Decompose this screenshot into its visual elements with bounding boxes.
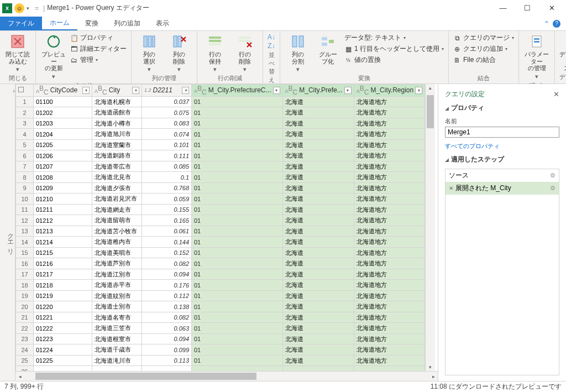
table-row[interactable]: 801208北海道北見市0.101北海道北海道地方 <box>16 172 425 183</box>
combine-files-button[interactable]: 🗎File の結合 <box>453 55 514 65</box>
qat-dropdown[interactable]: ▾ <box>27 6 29 11</box>
table-row[interactable]: 901209北海道夕張市0.76801北海道北海道地方 <box>16 182 425 194</box>
replace-values-button[interactable]: ½値の置換 <box>344 55 444 65</box>
maximize-button[interactable]: ☐ <box>515 1 539 16</box>
filter-icon[interactable]: ▾ <box>344 87 352 94</box>
svg-rect-8 <box>209 40 221 42</box>
advanced-editor-button[interactable]: 🗔詳細エディター <box>70 44 127 54</box>
table-row[interactable]: 701207北海道帯広市0.08501北海道北海道地方 <box>16 161 425 172</box>
help-button[interactable]: ? <box>553 20 560 28</box>
step-source[interactable]: ソース⚙ <box>446 169 559 182</box>
vertical-scrollbar[interactable]: ▴ ▾ <box>425 84 435 371</box>
merge-queries-button[interactable]: ⧉クエリのマージ▾ <box>453 33 514 43</box>
manage-parameters-button[interactable]: パラメーター の管理▾ <box>523 33 550 80</box>
refresh-preview-button[interactable]: プレビュー の更新▾ <box>40 33 67 80</box>
table-row[interactable]: 601206北海道釧路市0.11101北海道北海道地方 <box>16 150 425 161</box>
table-row[interactable]: 1101211北海道網走市0.15501北海道北海道地方 <box>16 204 425 215</box>
gear-icon[interactable]: ⚙ <box>550 185 555 192</box>
delete-step-icon[interactable]: ✕ <box>449 185 453 191</box>
remove-rows-button[interactable]: 行の 削除▾ <box>232 33 258 73</box>
query-name-input[interactable] <box>445 127 559 138</box>
column-header-city[interactable]: ABCCity▾ <box>92 85 142 97</box>
tab-transform[interactable]: 変換 <box>77 17 106 30</box>
datasource-settings-button[interactable]: データ ソー ス設定 <box>559 33 566 72</box>
applied-steps-list: ソース⚙ ✕ 展開された M_City⚙ <box>445 169 559 375</box>
table-row[interactable]: 201202北海道函館市0.07501北海道北海道地方 <box>16 107 425 118</box>
table-row[interactable]: 101100北海道札幌市0.03701北海道北海道地方 <box>16 96 425 107</box>
table-row[interactable]: 301203北海道小樽市0.08301北海道北海道地方 <box>16 118 425 129</box>
horizontal-scrollbar[interactable]: ◂ ▸ <box>15 371 438 381</box>
datatype-button[interactable]: データ型: テキスト▾ <box>344 33 444 43</box>
column-header-citycode[interactable]: ABCCityCode▾ <box>34 85 92 97</box>
tab-file[interactable]: ファイル <box>0 17 42 30</box>
table-row[interactable]: 1201212北海道留萌市0.16501北海道北海道地方 <box>16 215 425 226</box>
table-row[interactable]: 1001210北海道岩見沢市0.05901北海道北海道地方 <box>16 194 425 205</box>
filter-icon[interactable]: ▾ <box>82 87 90 94</box>
tab-addcolumn[interactable]: 列の追加 <box>106 17 148 30</box>
table-row[interactable]: 2401224北海道千歳市0.09901北海道北海道地方 <box>16 344 425 356</box>
table-row[interactable]: 1701217北海道江別市0.09401北海道北海道地方 <box>16 269 425 280</box>
filter-icon[interactable]: ▾ <box>182 87 189 94</box>
group-close: 閉じる <box>4 73 31 82</box>
svg-rect-7 <box>209 36 221 39</box>
group-transform: 変換 <box>285 73 444 82</box>
table-row[interactable]: 2301223北海道根室市0.09401北海道北海道地方 <box>16 333 425 344</box>
remove-columns-button[interactable]: 列の 削除▾ <box>166 33 192 73</box>
tab-home[interactable]: ホーム <box>42 17 77 30</box>
close-and-load-button[interactable]: 閉じて読 み込む▾ <box>4 33 31 73</box>
minimize-button[interactable]: — <box>491 1 515 16</box>
groupby-button[interactable]: グルー プ化 <box>315 33 341 65</box>
tab-view[interactable]: 表示 <box>148 17 177 30</box>
close-settings-button[interactable]: ✕ <box>553 90 559 98</box>
column-header-region[interactable]: ABCM_City.Region▾ <box>354 85 425 97</box>
sort-asc-button[interactable]: A↓ <box>268 33 275 41</box>
column-header-d2211[interactable]: 1.2D2211▾ <box>142 85 192 97</box>
table-row[interactable]: 1301213北海道苫小牧市0.06101北海道北海道地方 <box>16 226 425 237</box>
queries-panel-collapsed[interactable]: › クエリ <box>0 84 15 381</box>
table-row[interactable]: 2201222北海道三笠市0.06301北海道北海道地方 <box>16 323 425 334</box>
table-row[interactable]: 1801218北海道赤平市0.17601北海道北海道地方 <box>16 280 425 291</box>
column-header-pref[interactable]: ABCM_City.Prefe...▾ <box>282 85 354 97</box>
properties-section[interactable]: プロパティ <box>451 103 484 113</box>
table-row[interactable]: 1401214北海道稚内市0.14401北海道北海道地方 <box>16 237 425 248</box>
append-queries-button[interactable]: ⊕クエリの追加▾ <box>453 44 514 54</box>
all-properties-link[interactable]: すべてのプロパティ <box>445 142 559 150</box>
ribbon-collapse[interactable]: ⌃ <box>544 20 549 28</box>
window-title: Merge1 - Power Query エディター <box>47 3 149 13</box>
smiley-icon: ☺ <box>14 3 24 13</box>
table-select-all[interactable] <box>18 87 24 92</box>
svg-rect-11 <box>239 40 251 42</box>
column-header-prefcode[interactable]: ABCM_City.PrefectureC...▾ <box>192 85 283 97</box>
filter-icon[interactable]: ▾ <box>132 87 139 94</box>
filter-icon[interactable]: ▾ <box>415 87 422 94</box>
table-row[interactable]: 1601216北海道芦別市0.08201北海道北海道地方 <box>16 258 425 269</box>
close-button[interactable]: ✕ <box>539 1 564 16</box>
gear-icon[interactable]: ⚙ <box>550 172 555 179</box>
filter-icon[interactable]: ▾ <box>273 87 280 94</box>
statusbar: 7 列, 999+ 行 11:08 にダウンロードされたプレビューです <box>0 381 566 392</box>
step-expanded-mcity[interactable]: ✕ 展開された M_City⚙ <box>446 182 559 195</box>
applied-steps-section[interactable]: 適用したステップ <box>451 155 504 164</box>
properties-button[interactable]: 📋プロパティ <box>70 33 127 43</box>
manage-button[interactable]: 🗂管理▾ <box>70 55 127 65</box>
svg-rect-14 <box>322 37 327 40</box>
settings-title: クエリの設定 <box>445 90 485 99</box>
table-row[interactable]: 1901219北海道紋別市0.11201北海道北海道地方 <box>16 290 425 301</box>
table-row[interactable]: 2101221北海道名寄市0.08201北海道北海道地方 <box>16 312 425 323</box>
expand-queries-icon[interactable]: › <box>13 87 15 94</box>
table-row[interactable]: 1501215北海道美唄市0.15201北海道北海道地方 <box>16 247 425 258</box>
table-row[interactable]: 401204北海道旭川市0.07401北海道北海道地方 <box>16 129 425 140</box>
first-row-header-button[interactable]: ▦1 行目をヘッダーとして使用▾ <box>344 44 444 54</box>
table-row[interactable]: 501205北海道室蘭市0.10101北海道北海道地方 <box>16 139 425 150</box>
sort-desc-button[interactable]: Z↓ <box>268 42 275 50</box>
excel-icon: x <box>2 3 12 13</box>
query-settings-panel: クエリの設定 ✕ ◢プロパティ 名前 すべてのプロパティ ◢適用したステップ ソ… <box>438 84 566 381</box>
table-row[interactable]: 2001220北海道士別市0.13801北海道北海道地方 <box>16 301 425 312</box>
keep-rows-button[interactable]: 行の 保持▾ <box>202 33 228 73</box>
choose-columns-button[interactable]: 列の 選択▾ <box>136 33 163 73</box>
split-column-button[interactable]: 列の 分割▾ <box>285 33 311 73</box>
group-sort: 並べ替え <box>268 50 275 84</box>
table-row[interactable]: 26 <box>16 366 425 371</box>
table-row[interactable]: 2501225北海道滝川市0.11301北海道北海道地方 <box>16 355 425 366</box>
data-grid[interactable]: ABCCityCode▾ ABCCity▾ 1.2D2211▾ ABCM_Cit… <box>15 84 425 371</box>
